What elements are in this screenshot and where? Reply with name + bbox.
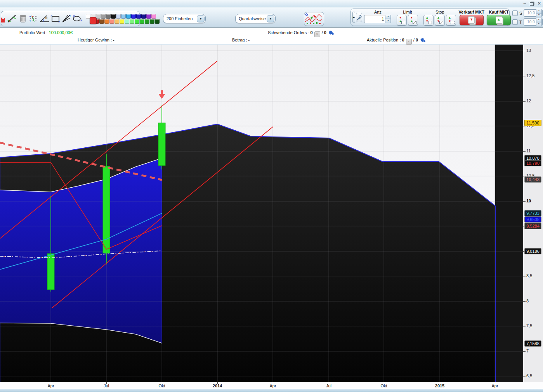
units-dropdown-value: 200 Einheiten — [167, 16, 193, 21]
slash: / — [413, 38, 415, 42]
palette-color[interactable] — [151, 14, 156, 19]
palette-color[interactable] — [145, 19, 149, 24]
palette-color[interactable] — [125, 19, 129, 24]
minimize-icon[interactable]: – — [523, 1, 526, 6]
current-position-label: Aktuelle Position : — [367, 38, 401, 42]
t-value: 10.0 — [527, 20, 534, 24]
palette-color[interactable] — [141, 14, 146, 19]
price-tick — [523, 101, 526, 102]
trash-icon[interactable] — [17, 13, 28, 24]
buy-market-button[interactable]: ▲ — [487, 15, 511, 25]
price-value-label: 9,7733 — [524, 210, 541, 216]
svg-text:+: + — [29, 15, 31, 19]
time-tick-label: 2014 — [213, 383, 222, 388]
price-chart[interactable] — [0, 45, 543, 382]
palette-color[interactable] — [106, 14, 111, 19]
close-icon[interactable]: × — [538, 1, 541, 6]
palette-color[interactable] — [101, 14, 106, 19]
selected-color-swatch[interactable] — [90, 17, 97, 24]
chevron-down-icon[interactable]: ▼ — [197, 15, 205, 22]
line-draw-tool-icon[interactable] — [7, 13, 17, 24]
pending-orders-count2: 0 — [324, 30, 326, 35]
s-value-stepper[interactable]: 10.0 ▲▼ — [524, 9, 543, 17]
s-checkbox[interactable] — [512, 10, 518, 16]
price-value-label: 10,443 — [524, 176, 541, 183]
palette-color[interactable] — [114, 19, 119, 24]
time-axis[interactable]: 2013 AprJulOkt2014AprJulOkt2015Apr — [0, 382, 543, 389]
price-tick-label: 10 — [526, 199, 531, 203]
palette-color[interactable] — [120, 19, 124, 24]
anz-label: Anz — [374, 10, 382, 14]
gear-icon[interactable] — [328, 30, 334, 36]
arrow-down-icon: ▼ — [410, 16, 413, 19]
price-value-label: 11,590 — [524, 120, 541, 126]
stop-order-button-2[interactable]: ▲ ▼ — [435, 15, 445, 26]
buy-mkt-label: Kauf MKT — [489, 10, 508, 14]
restore-icon[interactable] — [530, 2, 534, 6]
palette-color[interactable] — [146, 14, 151, 19]
palette-color[interactable] — [150, 19, 154, 24]
pending-orders-count: 0 — [310, 30, 312, 35]
window-bottom-edge — [0, 389, 543, 392]
palette-color[interactable] — [155, 19, 160, 24]
angle-tool-icon[interactable]: α — [39, 13, 50, 24]
quantity-value: 1 — [382, 17, 384, 21]
study-lines-tool-icon[interactable]: ++ — [28, 13, 39, 24]
rectangle-tool-icon[interactable]: ×× — [50, 13, 61, 24]
price-tick-label: 8 — [526, 299, 529, 303]
sell-market-button[interactable]: ▼ — [460, 15, 484, 25]
stop-order-button-3[interactable]: ▲ ▼ — [446, 15, 456, 26]
stop-order-button-1[interactable]: ▲ ▼ — [423, 15, 434, 26]
limit-buy-order-button[interactable]: ▼ ▲ — [397, 15, 407, 26]
s-label: S — [519, 11, 522, 16]
svg-text:+: + — [80, 19, 82, 22]
chart-type-button[interactable] — [304, 12, 324, 26]
t-label: T — [519, 20, 522, 24]
position-list-icon[interactable]: × — [406, 39, 412, 45]
palette-color[interactable] — [99, 19, 104, 24]
spinner-arrows[interactable]: ▲▼ — [536, 18, 542, 26]
period-dropdown[interactable]: Quartalsweise ▼ — [235, 14, 276, 23]
price-value-label: 9,6508 — [524, 216, 541, 223]
price-axis[interactable]: 1312,51211,51110,5109,598,587,576,511,59… — [523, 45, 543, 382]
gear-icon[interactable] — [420, 38, 426, 43]
fan-lines-tool-icon[interactable]: + — [61, 13, 72, 24]
time-tick-label: Jul — [104, 383, 109, 388]
wrench-icon — [356, 14, 362, 21]
palette-color[interactable] — [104, 19, 109, 24]
time-tick-label: Jul — [326, 383, 331, 388]
spinner-arrows[interactable]: ▲▼ — [536, 9, 542, 17]
draw-arrow-tool-icon[interactable] — [1, 13, 7, 24]
chevron-down-icon[interactable]: ▼ — [267, 15, 274, 22]
palette-color[interactable] — [109, 19, 114, 24]
portfolio-value: 100.000,00€ — [49, 30, 73, 35]
sell-order-icon: ▼ — [468, 16, 475, 24]
panel-collapse-handle[interactable]: ▶ — [352, 12, 355, 23]
price-tick — [523, 326, 526, 326]
price-tick-label: 12,5 — [526, 73, 534, 78]
quantity-stepper[interactable]: 1 ▲▼ — [364, 15, 391, 23]
chart-canvas[interactable] — [0, 45, 523, 382]
limit-sell-order-button[interactable]: ▼ ▲ — [408, 15, 418, 26]
palette-color[interactable] — [131, 14, 136, 19]
palette-color[interactable] — [126, 14, 131, 19]
units-dropdown[interactable]: 200 Einheiten ▼ — [163, 14, 206, 23]
palette-color[interactable] — [116, 14, 121, 19]
slash: / — [322, 30, 323, 35]
palette-color[interactable] — [136, 14, 141, 19]
orders-list-icon[interactable]: × — [314, 31, 320, 37]
palette-color[interactable] — [130, 19, 134, 24]
palette-color[interactable] — [121, 14, 126, 19]
price-tick — [523, 201, 526, 202]
settings-wrench-button[interactable] — [356, 13, 362, 22]
t-checkbox[interactable] — [512, 19, 518, 25]
palette-color[interactable] — [135, 19, 139, 24]
palette-color[interactable] — [140, 19, 144, 24]
spinner-arrows[interactable]: ▲▼ — [385, 15, 391, 23]
palette-color[interactable] — [111, 14, 116, 19]
ellipse-tool-icon[interactable]: +× — [72, 13, 83, 24]
position-count2: 0 — [416, 38, 418, 42]
time-tick-label: Okt — [158, 383, 165, 388]
t-value-stepper[interactable]: 10.0 ▲▼ — [524, 18, 543, 26]
palette-color[interactable] — [96, 14, 101, 19]
